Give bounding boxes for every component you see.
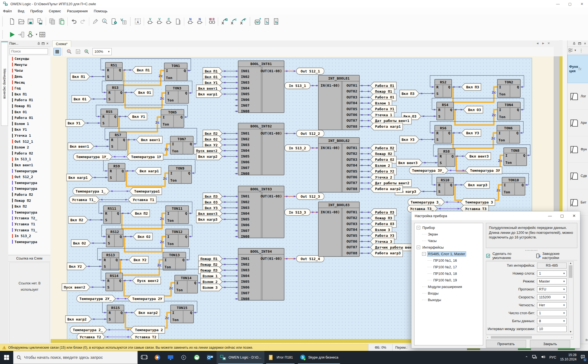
tree-item-ПР100 №2, 17[interactable]: ПР100 №2, 17 — [414, 264, 483, 270]
start-button[interactable] — [0, 351, 13, 364]
upload-device-button[interactable] — [16, 29, 26, 40]
zoom-out-button[interactable] — [66, 48, 73, 55]
tab-next-icon[interactable]: ► — [542, 42, 545, 45]
variable-item[interactable]: Минуты — [8, 62, 50, 68]
field-четность-[interactable]: Нет▼ — [537, 302, 567, 308]
tree-item-Выходы[interactable]: Выходы — [414, 296, 483, 303]
taskbar-window-notes[interactable]: Итог П181 — [264, 351, 296, 364]
close-panel-icon[interactable]: ✕ — [583, 41, 587, 46]
tree-expander-icon[interactable]: − — [417, 226, 420, 229]
category-function[interactable]: Функция fx — [567, 55, 588, 83]
browser-icon[interactable] — [151, 351, 164, 364]
volume-icon[interactable] — [541, 354, 546, 360]
search-input[interactable] — [10, 48, 48, 54]
coil-q-button[interactable]: Q — [26, 29, 35, 40]
variable-item[interactable]: День — [8, 74, 50, 80]
variable-item[interactable]: Уставка Т1_ — [8, 227, 50, 233]
tree-item-Модули расширения[interactable]: Модули расширения — [414, 283, 483, 290]
zoom-in-button[interactable] — [83, 48, 90, 55]
menu-Помощь[interactable]: Помощь — [91, 8, 110, 14]
word-wr-button[interactable]: WR — [207, 16, 217, 27]
maximize-button[interactable]: ▢ — [564, 0, 576, 8]
field-протокол-[interactable]: RTU▼ — [537, 286, 567, 292]
variable-item[interactable]: Температура — [8, 239, 50, 245]
open-file-button[interactable] — [16, 16, 26, 27]
memory-book-button[interactable] — [173, 16, 183, 27]
view-mode-icon[interactable] — [569, 48, 573, 53]
form-vertical-scrollbar[interactable]: ▲▼ — [568, 262, 573, 333]
menu-Прибор[interactable]: Прибор — [27, 8, 46, 14]
variable-item[interactable]: Работа О2 — [8, 150, 50, 156]
tag-n1-button[interactable]: N — [186, 16, 195, 27]
field-число-стоп-бит-[interactable]: 1▼ — [537, 310, 567, 316]
variable-item[interactable]: Работа П2 — [8, 192, 50, 198]
field-интервал-между-запросами-[interactable]: 10 — [537, 326, 567, 332]
tree-item-ПР100 №1, 16[interactable]: ПР100 №1, 16 — [414, 257, 483, 264]
copy-button[interactable] — [47, 16, 57, 27]
variable-item[interactable]: Работа О1 — [8, 115, 50, 121]
tag-n2-button[interactable]: N — [195, 16, 204, 27]
variable-item[interactable]: Взлом 1 — [8, 121, 50, 127]
tree-item-Часы[interactable]: Часы — [414, 237, 483, 244]
variable-item[interactable]: Уставка Т1 — [8, 221, 50, 227]
close-button[interactable]: ✕ — [576, 0, 588, 8]
redo-button[interactable] — [78, 16, 88, 27]
monitor-app-icon[interactable] — [164, 351, 177, 364]
tree-item-Прибор[interactable]: −Прибор — [414, 224, 483, 231]
read-button[interactable]: Прочитать — [486, 340, 526, 348]
field-биты-данных-[interactable]: 8▼ — [537, 318, 567, 324]
grid-toggle-button[interactable] — [53, 48, 61, 56]
tab-schema[interactable]: Схема* — [52, 40, 71, 47]
variable-item[interactable]: Пожар П2 — [8, 197, 50, 203]
tab-prev-icon[interactable]: ◄ — [536, 42, 539, 45]
pin-icon[interactable] — [572, 41, 576, 46]
variable-item[interactable]: Вкл У1 — [8, 127, 50, 133]
variable-item[interactable]: Температура — [8, 180, 50, 186]
menu-Вид[interactable]: Вид — [15, 8, 27, 14]
variable-item[interactable]: Месяц — [8, 79, 50, 85]
field-тип-интерфейса-[interactable]: RS-485 — [537, 263, 567, 269]
variables-table-button[interactable]: V — [119, 16, 128, 27]
outlook-icon[interactable] — [203, 351, 217, 364]
variable-item[interactable]: Вкл П2 — [8, 203, 50, 209]
conv-f-button[interactable]: XF — [238, 16, 247, 27]
tree-item-RS485, Слот 1, Master[interactable]: −RS485, Слот 1, Master — [414, 251, 483, 257]
variable-item[interactable]: Вкл П1 — [8, 91, 50, 97]
tree-expander-icon[interactable]: − — [417, 246, 420, 249]
taskbar-window-owen[interactable]: OWEN Logic - D:\O... — [217, 351, 264, 364]
function-group-Лог[interactable]: Лог — [567, 83, 588, 110]
taskbar-clock[interactable]: 15:28 15.10.2024 — [560, 353, 577, 362]
сделать-по-умолчанию-button[interactable]: Сделать по умолчанию — [486, 252, 531, 260]
variable-item[interactable]: Вкл О1 — [8, 109, 50, 115]
coil-q-caret[interactable]: ▼ — [35, 33, 38, 36]
variable-item[interactable]: Год — [8, 85, 50, 91]
undo-button[interactable] — [69, 16, 78, 27]
zoom-reset-button[interactable]: 1:1 — [74, 48, 82, 55]
field-номер-слота-[interactable]: 1▼ — [537, 270, 567, 276]
screen-templates-button[interactable]: A — [133, 16, 142, 27]
paste-button[interactable] — [57, 16, 66, 27]
media-app-icon[interactable] — [190, 351, 203, 364]
variable-item[interactable]: Температурв — [8, 168, 50, 174]
tree-item-Входы[interactable]: Входы — [414, 290, 483, 296]
menu-Расширения[interactable]: Расширения — [64, 8, 91, 14]
variable-item[interactable]: Out 512_2 — [8, 174, 50, 180]
conv-b-button[interactable]: XB — [220, 16, 229, 27]
macro-add-button[interactable]: M+ — [253, 16, 262, 27]
variable-item[interactable]: Температура — [8, 209, 50, 215]
action-center-icon[interactable]: 1 — [580, 354, 585, 360]
tree-item-Интерфейсы[interactable]: −Интерфейсы — [414, 244, 483, 251]
float-window-icon[interactable] — [41, 41, 45, 46]
close-panel-icon[interactable]: ✕ — [45, 41, 50, 46]
variable-item[interactable]: Out 512_1 — [8, 138, 50, 144]
print-schema-button[interactable] — [35, 16, 44, 27]
close-dialog-button[interactable]: Закрыть — [530, 340, 570, 348]
function-group-Сдв[interactable]: Сдв — [567, 163, 588, 189]
tag-c-button[interactable]: C — [164, 16, 173, 27]
save-file-button[interactable] — [26, 16, 35, 27]
run-button[interactable] — [7, 29, 16, 40]
edit-pen-button[interactable] — [91, 16, 100, 27]
fb-doc-button[interactable]: fb — [271, 16, 281, 27]
field-скорость-[interactable]: 115200▼ — [537, 294, 567, 300]
field-режим-[interactable]: Master▼ — [537, 278, 567, 284]
